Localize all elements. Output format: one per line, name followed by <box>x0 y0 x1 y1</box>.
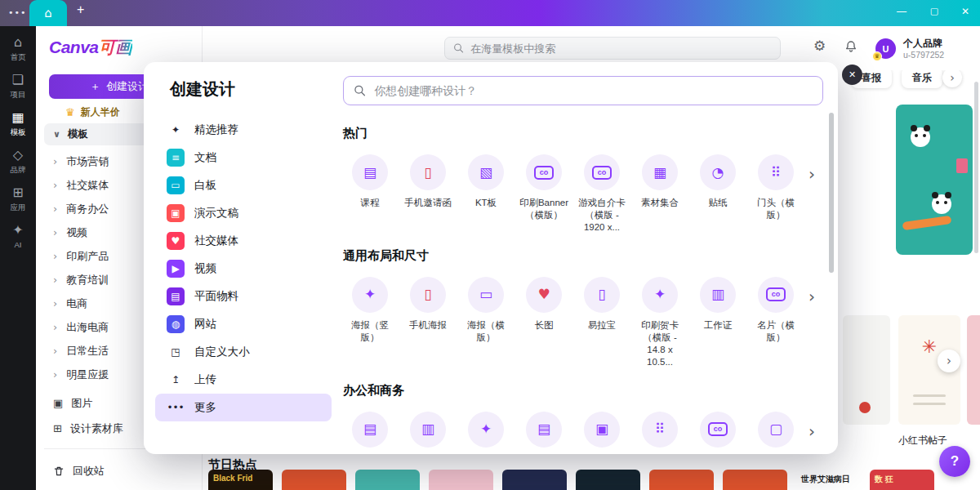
modal-menu-item[interactable]: ♥ 社交媒体 <box>155 227 332 255</box>
user-avatar[interactable]: U ♛ <box>875 38 896 59</box>
design-type-icon: ▯ <box>424 166 431 180</box>
template-thumbnail[interactable] <box>649 470 714 490</box>
design-type-item[interactable]: ▣ 证件照（竖版 - 25 x 35毫米） <box>575 412 629 454</box>
design-type-item[interactable]: ◔ 贴纸 <box>691 154 745 234</box>
section-row: ✦ 海报（竖版） ▯ 手机海报 <box>343 277 812 368</box>
minimize-button[interactable]: — <box>893 6 910 17</box>
design-type-item[interactable]: ✦ 授权书（横版） <box>459 412 513 454</box>
browser-tab-home[interactable]: ⌂ <box>29 0 67 26</box>
design-type-item[interactable]: ▤ 工作表（竖版） <box>517 412 571 454</box>
global-search[interactable] <box>444 37 781 60</box>
template-thumbnail[interactable] <box>502 470 567 490</box>
row-scroll-right-button[interactable]: › <box>808 421 815 441</box>
rail-item[interactable]: ⌂ 首页 <box>0 36 36 63</box>
chevron-right-icon: › <box>53 250 57 262</box>
template-thumbnail[interactable]: 数 狂 <box>870 470 934 490</box>
design-type-tile: ▯ <box>410 277 446 313</box>
template-thumbnail[interactable] <box>429 470 493 490</box>
chevron-right-icon: › <box>53 321 57 333</box>
cards-scroll-right-button[interactable]: › <box>938 350 960 372</box>
design-type-item[interactable]: ▢ 圆角名片 <box>749 412 803 454</box>
panda-template-card[interactable] <box>896 105 973 255</box>
modal-close-button[interactable]: ✕ <box>842 65 862 85</box>
modal-menu-item[interactable]: ≡ 文档 <box>155 144 332 172</box>
design-type-item[interactable]: ▥ 工作证 <box>401 412 455 454</box>
template-card[interactable] <box>967 315 980 425</box>
profile-info[interactable]: 个人品牌 u-5797252 <box>903 38 944 60</box>
pills-scroll-right-button[interactable]: › <box>942 68 962 87</box>
design-type-item[interactable]: ▯ 易拉宝 <box>575 277 629 368</box>
rail-item[interactable]: ✦ AI <box>0 224 36 249</box>
modal-menu-item[interactable]: ••• 更多 <box>155 394 332 421</box>
design-type-item[interactable]: ▯ 手机海报 <box>401 277 455 368</box>
close-window-button[interactable]: ✕ <box>957 6 973 17</box>
help-button[interactable]: ? <box>939 446 970 477</box>
design-type-icon: ▤ <box>363 166 376 180</box>
rail-item[interactable]: ⊞ 应用 <box>0 186 36 213</box>
browser-menu-icon[interactable]: ••• <box>8 8 26 17</box>
global-search-input[interactable] <box>470 42 772 55</box>
design-type-item[interactable]: co 游戏自介卡（横版 - 1920 x... <box>575 154 629 234</box>
promo-banner[interactable]: ♛ 新人半价 <box>65 105 120 119</box>
modal-search-input[interactable] <box>374 84 813 97</box>
design-type-item[interactable]: ▦ 素材集合 <box>633 154 687 234</box>
modal-menu-item[interactable]: ↥ 上传 <box>155 366 332 394</box>
page-scrollbar[interactable] <box>974 82 978 253</box>
modal-menu-item[interactable]: ✦ 精选推荐 <box>155 116 332 144</box>
design-type-item[interactable]: ⠿ 门头（横版） <box>749 154 803 234</box>
design-type-icon: ✦ <box>480 422 492 436</box>
design-type-item[interactable]: ▧ KT板 <box>459 154 513 234</box>
rail-item[interactable]: ◇ 品牌 <box>0 149 36 176</box>
new-tab-button[interactable]: + <box>77 2 84 17</box>
modal-search[interactable] <box>343 76 823 105</box>
template-category-label[interactable]: 小红书帖子 <box>898 434 947 448</box>
design-type-item[interactable]: co 名片（竖版） <box>691 412 745 454</box>
card-decor <box>913 403 946 405</box>
design-type-label: KT板 <box>475 197 497 221</box>
design-type-item[interactable]: ▤ 提案书 <box>343 412 397 454</box>
modal-menu-item[interactable]: ▶ 视频 <box>155 255 332 283</box>
profile-id: u-5797252 <box>903 50 944 60</box>
modal-menu: ✦ 精选推荐 ≡ 文档 ▭ 白板 ▣ 演示文稿 <box>155 116 332 421</box>
modal-menu-item[interactable]: ▣ 演示文稿 <box>155 199 332 227</box>
row-scroll-right-button[interactable]: › <box>808 287 815 306</box>
notifications-bell-icon[interactable] <box>844 40 858 56</box>
design-type-item[interactable]: ✦ 印刷贺卡（横版 - 14.8 x 10.5... <box>633 277 687 368</box>
design-type-item[interactable]: ▭ 海报（横版） <box>459 277 513 368</box>
profile-name: 个人品牌 <box>903 38 944 50</box>
rail-item[interactable]: ❏ 项目 <box>0 74 36 100</box>
rail-item[interactable]: ▦ 模板 <box>0 111 36 138</box>
modal-scrollbar[interactable] <box>829 113 834 273</box>
design-type-tile: ✦ <box>352 277 388 313</box>
design-type-item[interactable]: ⠿ 会议牌 <box>633 412 687 454</box>
maximize-button[interactable]: ▢ <box>926 6 942 16</box>
design-type-icon: ▥ <box>711 287 724 301</box>
design-type-item[interactable]: ▥ 工作证 <box>691 277 745 368</box>
menu-item-label: 文档 <box>194 150 216 165</box>
modal-menu-item[interactable]: ▭ 白板 <box>155 172 332 199</box>
modal-menu-item[interactable]: ▤ 平面物料 <box>155 283 332 310</box>
design-type-item[interactable]: ♥ 长图 <box>517 277 571 368</box>
design-type-tile: ⠿ <box>758 154 794 190</box>
design-type-item[interactable]: co 印刷Banner（横版） <box>517 154 571 234</box>
modal-menu-item[interactable]: ◳ 自定义大小 <box>155 338 332 366</box>
template-thumbnail[interactable] <box>355 470 420 490</box>
sidebar-trash[interactable]: 回收站 <box>53 464 105 479</box>
menu-item-icon: ◳ <box>167 343 185 361</box>
settings-gear-icon[interactable]: ⚙ <box>813 39 826 53</box>
chevron-right-icon: › <box>53 203 57 215</box>
design-type-item[interactable]: ▯ 手机邀请函 <box>401 154 455 234</box>
template-thumbnail[interactable] <box>282 470 346 490</box>
design-type-item[interactable]: co 名片（横版） <box>749 277 803 368</box>
template-thumbnail[interactable] <box>576 470 640 490</box>
design-type-icon: ▤ <box>537 422 550 436</box>
sidebar-category-label: 明星应援 <box>66 368 109 382</box>
row-scroll-right-button[interactable]: › <box>808 164 815 184</box>
modal-menu-item[interactable]: ◍ 网站 <box>155 310 332 338</box>
template-thumbnail[interactable]: Black Frid <box>208 470 273 490</box>
template-thumbnail[interactable] <box>723 470 787 490</box>
template-card[interactable] <box>843 315 890 425</box>
design-type-item[interactable]: ▤ 课程 <box>343 154 397 234</box>
design-type-item[interactable]: ✦ 海报（竖版） <box>343 277 397 368</box>
template-thumbnail[interactable]: 世界艾滋病日 <box>796 470 861 490</box>
